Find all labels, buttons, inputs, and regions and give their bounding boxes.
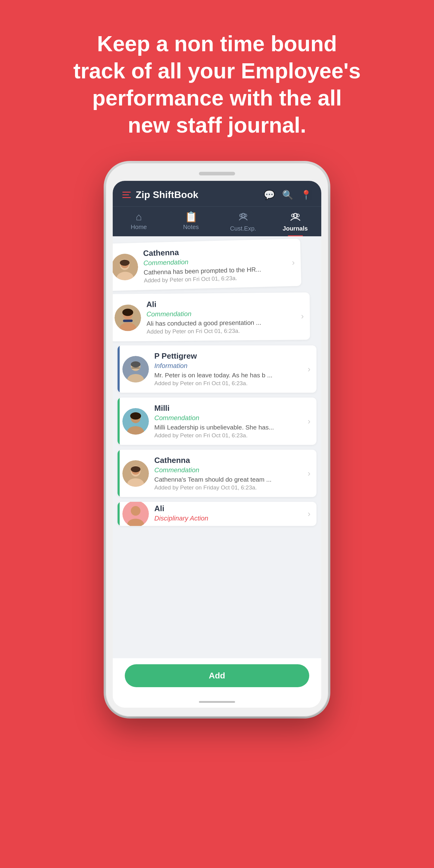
card-type-5: Commendation (154, 466, 302, 474)
chat-icon[interactable]: 💬 (264, 190, 275, 200)
card-meta-3: Added by Peter on Fri Oct 01, 6:23a. (154, 380, 302, 387)
svg-point-18 (131, 361, 141, 367)
svg-point-31 (131, 506, 141, 516)
card-name-4: Milli (154, 404, 302, 413)
tab-home-label: Home (131, 224, 147, 230)
phone-container: Zip ShiftBook 💬 🔍 📍 ⌂ Home 📋 Notes (105, 163, 329, 717)
svg-rect-20 (131, 367, 140, 369)
phone-screen: Zip ShiftBook 💬 🔍 📍 ⌂ Home 📋 Notes (113, 181, 321, 708)
card-name-2: Ali (146, 299, 296, 309)
journal-card-2[interactable]: Ali Commendation Ali has conducted a goo… (113, 292, 310, 341)
card-type-3: Information (154, 362, 302, 370)
tab-notes[interactable]: 📋 Notes (165, 207, 217, 236)
home-bar (199, 701, 235, 703)
avatar-4 (122, 408, 149, 435)
cust-exp-icon (238, 212, 248, 223)
svg-point-23 (130, 412, 141, 420)
notes-icon: 📋 (185, 212, 197, 222)
add-button[interactable]: Add (125, 664, 309, 687)
card-meta-2: Added by Peter on Fri Oct 01, 6:23a. (147, 327, 296, 335)
avatar-2 (115, 304, 141, 331)
tab-cust-exp[interactable]: Cust.Exp. (217, 207, 269, 236)
hero-text: Keep a non time bound track of all your … (36, 0, 398, 163)
tab-journals-label: Journals (283, 225, 308, 232)
chevron-icon-5: › (308, 469, 310, 478)
card-type-4: Commendation (154, 414, 302, 422)
card-name-5: Cathenna (154, 456, 302, 465)
app-header: Zip ShiftBook 💬 🔍 📍 (113, 181, 321, 207)
phone-body: Zip ShiftBook 💬 🔍 📍 ⌂ Home 📋 Notes (105, 163, 329, 717)
journal-card-3[interactable]: P Pettigrew Information Mr. Peter is on … (118, 345, 316, 393)
chevron-icon-2: › (301, 311, 304, 321)
journal-card-1[interactable]: Cathenna Commendation Cathenna has been … (113, 239, 301, 291)
avatar-5 (122, 460, 149, 487)
journal-card-4[interactable]: Milli Commendation Milli Leadership is u… (118, 398, 316, 445)
tab-notes-label: Notes (183, 224, 198, 230)
card-meta-5: Added by Peter on Friday Oct 01, 6:23a. (154, 484, 302, 491)
tab-cust-exp-label: Cust.Exp. (230, 225, 256, 232)
card-content-6: Ali Disciplinary Action (154, 504, 302, 524)
chevron-icon-6: › (308, 509, 310, 519)
card-bar-5 (118, 450, 120, 497)
card-content-1: Cathenna Commendation Cathenna has been … (143, 245, 287, 284)
card-content-3: P Pettigrew Information Mr. Peter is on … (154, 351, 302, 387)
card-type-2: Commendation (147, 309, 296, 318)
svg-point-29 (131, 466, 141, 472)
card-content-2: Ali Commendation Ali has conducted a goo… (146, 299, 296, 335)
svg-rect-15 (123, 319, 133, 322)
card-desc-3: Mr. Peter is on leave today. As he has b… (154, 372, 302, 379)
journal-list: Cathenna Commendation Cathenna has been … (113, 236, 321, 658)
avatar-3 (122, 356, 149, 382)
journal-card-5[interactable]: Cathenna Commendation Cathenna's Team sh… (118, 450, 316, 497)
add-button-wrapper: Add (113, 658, 321, 696)
home-indicator (113, 696, 321, 708)
card-name-6: Ali (154, 504, 302, 513)
tab-home[interactable]: ⌂ Home (113, 207, 165, 236)
card-desc-2: Ali has conducted a good presentation ..… (147, 319, 296, 327)
hamburger-menu[interactable] (122, 192, 131, 198)
avatar-6 (122, 502, 149, 526)
card-meta-4: Added by Peter on Fri Oct 01, 6:23a. (154, 432, 302, 439)
card-content-5: Cathenna Commendation Cathenna's Team sh… (154, 456, 302, 491)
journals-icon (290, 212, 301, 223)
header-right: 💬 🔍 📍 (264, 190, 312, 200)
journal-card-6[interactable]: Ali Disciplinary Action › (118, 502, 316, 526)
card-desc-4: Milli Leadership is unbelievable. She ha… (154, 424, 302, 431)
chevron-icon-3: › (308, 364, 310, 374)
location-icon[interactable]: 📍 (301, 190, 312, 200)
chevron-icon-4: › (308, 416, 310, 426)
avatar-1 (113, 253, 138, 280)
tab-journals[interactable]: Journals (269, 207, 321, 236)
card-bar-6 (118, 502, 120, 526)
phone-speaker (199, 172, 235, 176)
card-content-4: Milli Commendation Milli Leadership is u… (154, 404, 302, 439)
card-bar-3 (118, 345, 120, 393)
header-left: Zip ShiftBook (122, 189, 198, 200)
card-type-6: Disciplinary Action (154, 515, 302, 522)
card-desc-5: Cathenna's Team should do great team ... (154, 476, 302, 483)
chevron-icon-1: › (292, 258, 295, 267)
app-title: Zip ShiftBook (135, 189, 198, 200)
home-icon: ⌂ (135, 212, 142, 222)
tab-bar: ⌂ Home 📋 Notes (113, 207, 321, 236)
search-icon[interactable]: 🔍 (282, 190, 293, 200)
card-bar-4 (118, 398, 120, 445)
card-name-3: P Pettigrew (154, 351, 302, 361)
